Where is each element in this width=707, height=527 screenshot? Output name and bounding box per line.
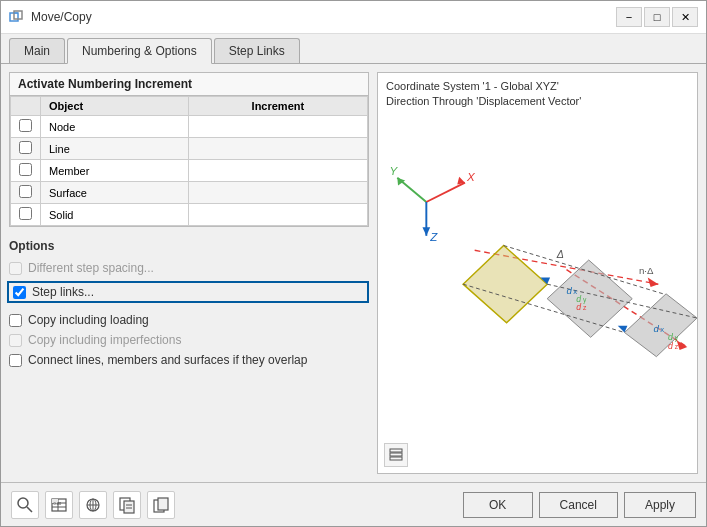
svg-text:d: d [654, 323, 660, 334]
window: Move/Copy − □ ✕ Main Numbering & Options… [0, 0, 707, 527]
svg-rect-54 [124, 501, 134, 513]
option-copy-loading: Copy including loading [9, 313, 369, 327]
tab-bar: Main Numbering & Options Step Links [1, 34, 706, 64]
member-checkbox[interactable] [19, 163, 32, 176]
apply-button[interactable]: Apply [624, 492, 696, 518]
export-icon [118, 496, 136, 514]
node-checkbox[interactable] [19, 119, 32, 132]
connect-lines-label: Connect lines, members and surfaces if t… [28, 353, 307, 367]
node-label: Node [41, 116, 189, 138]
diagram-canvas: Y X Z [378, 114, 697, 464]
copy-loading-checkbox[interactable] [9, 314, 22, 327]
numbering-table: Object Increment Node Line [10, 96, 368, 226]
layers-icon [388, 447, 404, 463]
option-diff-step: Different step spacing... [9, 261, 369, 275]
bottom-bar: 0.00 [1, 482, 706, 526]
toolbar-icons: 0.00 [11, 491, 175, 519]
ok-button[interactable]: OK [463, 492, 533, 518]
copy-imperf-label: Copy including imperfections [28, 333, 181, 347]
title-bar: Move/Copy − □ ✕ [1, 1, 706, 34]
step-links-checkbox[interactable] [13, 286, 26, 299]
maximize-button[interactable]: □ [644, 7, 670, 27]
copy-imperf-checkbox[interactable] [9, 334, 22, 347]
copy-loading-label: Copy including loading [28, 313, 149, 327]
window-title: Move/Copy [31, 10, 92, 24]
svg-marker-15 [677, 340, 688, 350]
copy-tool-button[interactable] [147, 491, 175, 519]
member-increment [188, 160, 367, 182]
title-bar-left: Move/Copy [9, 9, 92, 25]
content-area: Activate Numbering Increment Object Incr… [1, 64, 706, 482]
table-row: Node [11, 116, 368, 138]
coordinate-diagram: Y X Z [378, 114, 697, 464]
table-row: Member [11, 160, 368, 182]
svg-point-41 [18, 498, 28, 508]
diff-step-label: Different step spacing... [28, 261, 154, 275]
search-tool-button[interactable] [11, 491, 39, 519]
svg-rect-39 [390, 453, 402, 456]
table-row: Surface [11, 182, 368, 204]
svg-line-42 [27, 507, 32, 512]
solid-increment [188, 204, 367, 226]
connect-lines-checkbox[interactable] [9, 354, 22, 367]
solid-label: Solid [41, 204, 189, 226]
minimize-button[interactable]: − [616, 7, 642, 27]
svg-text:Z: Z [429, 229, 438, 242]
cancel-button[interactable]: Cancel [539, 492, 618, 518]
surface-checkbox[interactable] [19, 185, 32, 198]
member-label: Member [41, 160, 189, 182]
window-icon [9, 9, 25, 25]
svg-marker-10 [422, 227, 430, 236]
copy-icon [152, 496, 170, 514]
export-tool-button[interactable] [113, 491, 141, 519]
line-increment [188, 138, 367, 160]
tab-main[interactable]: Main [9, 38, 65, 63]
step-links-label: Step links... [32, 285, 94, 299]
svg-text:d: d [567, 285, 573, 296]
right-panel: Coordinate System '1 - Global XYZ' Direc… [377, 72, 698, 474]
solid-checkbox[interactable] [19, 207, 32, 220]
tab-numbering[interactable]: Numbering & Options [67, 38, 212, 64]
left-panel: Activate Numbering Increment Object Incr… [9, 72, 369, 474]
col-check [11, 97, 41, 116]
table-icon: 0.00 [50, 496, 68, 514]
svg-text:Δ: Δ [556, 248, 564, 260]
tab-step-links[interactable]: Step Links [214, 38, 300, 63]
coordinate-title: Coordinate System '1 - Global XYZ' Direc… [378, 73, 697, 114]
title-controls: − □ ✕ [616, 7, 698, 27]
svg-text:0.00: 0.00 [54, 501, 63, 506]
line-checkbox[interactable] [19, 141, 32, 154]
svg-rect-58 [158, 498, 168, 510]
svg-text:Y: Y [390, 164, 399, 177]
table-row: Line [11, 138, 368, 160]
surface-increment [188, 182, 367, 204]
svg-line-6 [426, 182, 465, 201]
svg-text:x: x [660, 325, 664, 334]
col-increment: Increment [188, 97, 367, 116]
option-connect-lines: Connect lines, members and surfaces if t… [9, 353, 369, 367]
option-step-links: Step links... [7, 281, 369, 303]
dialog-buttons: OK Cancel Apply [463, 492, 696, 518]
svg-marker-18 [463, 245, 547, 322]
numbering-section: Activate Numbering Increment Object Incr… [9, 72, 369, 227]
svg-rect-38 [390, 457, 402, 460]
close-button[interactable]: ✕ [672, 7, 698, 27]
svg-text:n·Δ: n·Δ [639, 265, 654, 276]
node-increment [188, 116, 367, 138]
grid-icon [84, 496, 102, 514]
svg-text:d: d [668, 341, 674, 351]
coord-line1: Coordinate System '1 - Global XYZ' [386, 79, 689, 94]
diff-step-checkbox[interactable] [9, 262, 22, 275]
col-object: Object [41, 97, 189, 116]
options-title: Options [9, 239, 369, 253]
diagram-tool-icon[interactable] [384, 443, 408, 467]
coord-line2: Direction Through 'Displacement Vector' [386, 94, 689, 109]
table-row: Solid [11, 204, 368, 226]
table-tool-button[interactable]: 0.00 [45, 491, 73, 519]
svg-rect-40 [390, 449, 402, 452]
option-copy-imperf: Copy including imperfections [9, 333, 369, 347]
svg-marker-13 [648, 277, 659, 287]
line-label: Line [41, 138, 189, 160]
search-icon [16, 496, 34, 514]
grid-tool-button[interactable] [79, 491, 107, 519]
